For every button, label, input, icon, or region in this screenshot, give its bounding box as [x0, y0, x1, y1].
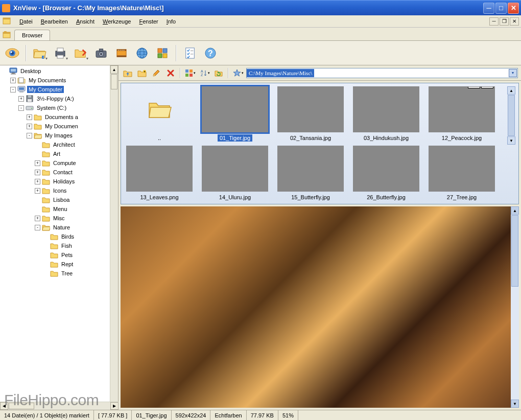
- tree-node[interactable]: -Nature: [0, 223, 110, 232]
- tree-expander[interactable]: +: [35, 216, 40, 221]
- thumbnail-item[interactable]: 14_Uluru.jpg: [200, 146, 270, 201]
- tab-browser[interactable]: Browser: [14, 30, 50, 40]
- scroll-left-arrow[interactable]: ◀: [0, 402, 8, 410]
- tree-expander[interactable]: +: [35, 170, 40, 175]
- tree-node-label: Documents a: [43, 113, 80, 121]
- tree-expander[interactable]: +: [27, 114, 32, 120]
- help-button[interactable]: ?: [201, 44, 220, 62]
- scroll-up-arrow[interactable]: ▲: [511, 206, 519, 215]
- tree-expander[interactable]: -: [27, 133, 32, 138]
- tree-node[interactable]: Rept: [0, 260, 110, 269]
- options-button[interactable]: [181, 44, 199, 62]
- tree-expander[interactable]: +: [10, 78, 16, 83]
- menu-item-ansicht[interactable]: Ansicht: [72, 17, 99, 26]
- scroll-thumb[interactable]: [511, 215, 518, 287]
- tree-node[interactable]: Architect: [0, 140, 110, 149]
- tree-node[interactable]: Pets: [0, 250, 110, 260]
- child-close-button[interactable]: ✕: [510, 17, 519, 26]
- thumbnail-item[interactable]: 13_Leaves.png: [124, 146, 195, 201]
- child-minimize-button[interactable]: ─: [489, 17, 499, 26]
- tree-node[interactable]: Birds: [0, 232, 110, 241]
- scroll-thumb[interactable]: [111, 74, 117, 89]
- thumb-scrollbar-v[interactable]: ▲ ▼: [507, 86, 515, 145]
- tree-node[interactable]: -My Computer: [0, 85, 110, 94]
- address-dropdown-button[interactable]: ▾: [509, 69, 517, 77]
- thumbnail-item[interactable]: 15_Butterfly.jpg: [275, 146, 346, 201]
- capture-button[interactable]: [92, 44, 110, 62]
- tree-scrollbar-h[interactable]: ◀ ▶: [0, 402, 119, 410]
- folder-tree[interactable]: Desktop+My Documents-My Computer+3½-Flop…: [0, 65, 110, 410]
- scroll-thumb[interactable]: [9, 403, 34, 409]
- favorites-button[interactable]: ▾: [232, 67, 244, 79]
- minimize-button[interactable]: ─: [483, 3, 494, 14]
- menu-item-werkzeuge[interactable]: Werkzeuge: [99, 17, 135, 26]
- address-bar[interactable]: C:\My Images\Nature\Misc\ ▾: [246, 68, 518, 78]
- menu-item-datei[interactable]: Datei: [15, 17, 37, 26]
- scroll-right-arrow[interactable]: ▶: [110, 402, 119, 410]
- slideshow-button[interactable]: [112, 44, 131, 62]
- tree-node[interactable]: +Icons: [0, 186, 110, 195]
- refresh-button[interactable]: [212, 67, 225, 79]
- delete-button[interactable]: [164, 67, 177, 79]
- tree-node[interactable]: +My Documents: [0, 76, 110, 85]
- tree-node[interactable]: +Documents a: [0, 112, 110, 122]
- tree-node[interactable]: Desktop: [0, 66, 110, 76]
- tree-expander[interactable]: -: [10, 87, 16, 92]
- tree-expander[interactable]: +: [35, 179, 40, 184]
- print-button[interactable]: [51, 44, 69, 62]
- scroll-thumb[interactable]: [508, 95, 515, 136]
- tree-expander[interactable]: +: [27, 124, 32, 129]
- edit-button[interactable]: [150, 67, 162, 79]
- tree-node[interactable]: Lisboa: [0, 195, 110, 204]
- view-mode-button[interactable]: ▾: [184, 67, 196, 79]
- thumbnails-button[interactable]: [153, 44, 172, 62]
- tree-node[interactable]: -My Images: [0, 131, 110, 140]
- tree-node[interactable]: +Compute: [0, 158, 110, 168]
- convert-button[interactable]: [72, 44, 90, 62]
- tree-expander[interactable]: +: [35, 160, 40, 166]
- tree-node[interactable]: Art: [0, 149, 110, 158]
- tree-node[interactable]: Menu: [0, 204, 110, 214]
- tree-node[interactable]: +Misc: [0, 214, 110, 223]
- view-button[interactable]: [3, 44, 21, 62]
- tree-expander[interactable]: -: [35, 225, 40, 230]
- thumbnail-item[interactable]: EXIFIPTC12_Peacock.jpg: [427, 86, 497, 142]
- thumbnail-item[interactable]: 03_Hindukush.jpg: [351, 86, 421, 142]
- tree-node[interactable]: -System (C:): [0, 103, 110, 112]
- menu-item-fenster[interactable]: Fenster: [135, 17, 162, 26]
- tree-node[interactable]: +My Documen: [0, 122, 110, 131]
- thumbnail-grid[interactable]: ..01_Tiger.jpg02_Tansania.jpg03_Hindukus…: [124, 86, 507, 201]
- tree-node[interactable]: +3½-Floppy (A:): [0, 94, 110, 103]
- tree-node[interactable]: Fish: [0, 241, 110, 250]
- menu-item-info[interactable]: Info: [162, 17, 180, 26]
- preview-image[interactable]: [121, 206, 511, 408]
- scroll-up-arrow[interactable]: ▲: [110, 65, 118, 74]
- tree-node[interactable]: +Contact: [0, 168, 110, 177]
- scroll-down-arrow[interactable]: ▼: [507, 136, 515, 145]
- close-button[interactable]: ✕: [508, 3, 519, 14]
- tree-expander: [43, 262, 49, 267]
- tree-node[interactable]: Tree: [0, 269, 110, 278]
- thumbnail-item[interactable]: 27_Tree.jpg: [427, 146, 497, 201]
- thumbnail-item[interactable]: 02_Tansania.jpg: [275, 86, 346, 142]
- scroll-down-arrow[interactable]: ▼: [511, 400, 519, 408]
- menu-item-bearbeiten[interactable]: Bearbeiten: [37, 17, 72, 26]
- preview-scrollbar-v[interactable]: ▲ ▼: [511, 206, 519, 408]
- tree-expander[interactable]: +: [18, 96, 24, 102]
- thumbnail-item[interactable]: 01_Tiger.jpg: [200, 86, 270, 142]
- thumbnail-item[interactable]: ..: [124, 86, 195, 142]
- maximize-button[interactable]: □: [495, 3, 507, 14]
- new-folder-button[interactable]: ✦: [136, 67, 148, 79]
- tree-expander: [43, 243, 49, 249]
- tree-expander[interactable]: -: [18, 105, 24, 111]
- tree-node[interactable]: +Holidays: [0, 177, 110, 186]
- open-button[interactable]: [31, 44, 49, 62]
- tree-scrollbar-v[interactable]: ▲ ▼: [110, 65, 118, 410]
- folder-up-button[interactable]: [122, 67, 134, 79]
- tree-expander[interactable]: +: [35, 188, 40, 194]
- web-button[interactable]: [133, 44, 151, 62]
- child-restore-button[interactable]: ❐: [500, 17, 509, 26]
- thumbnail-item[interactable]: 26_Butterfly.jpg: [351, 146, 421, 201]
- scroll-up-arrow[interactable]: ▲: [507, 86, 515, 95]
- sort-button[interactable]: AZ▾: [198, 67, 210, 79]
